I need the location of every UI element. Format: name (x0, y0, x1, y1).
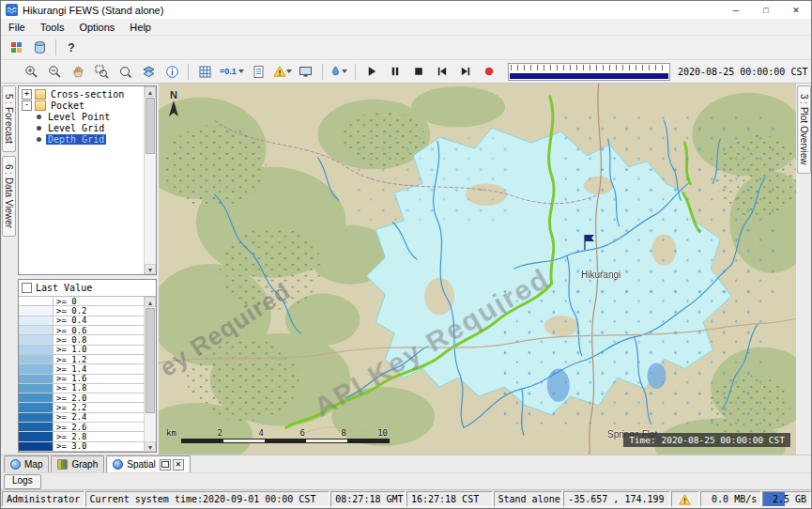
tree-expander-icon[interactable]: - (22, 100, 32, 111)
tree-item[interactable]: + Cross-section (19, 88, 144, 100)
vertical-tab[interactable]: 6 : Data Viewer (2, 156, 16, 237)
scrollbar-thumb[interactable] (146, 98, 155, 154)
menu-item[interactable]: File (1, 22, 33, 33)
bottom-tab[interactable]: Spatial ✕ (106, 455, 191, 472)
time-slider-bar[interactable] (510, 73, 668, 79)
zoom-out-button[interactable] (43, 61, 66, 82)
layer-dot-icon (37, 126, 41, 131)
legend-color-swatch (19, 335, 54, 344)
legend-row: >= 0.2 (19, 306, 144, 316)
scroll-up-icon[interactable]: ▲ (145, 297, 156, 307)
layers-button[interactable] (137, 61, 160, 82)
toolbar-separator (188, 64, 189, 80)
legend-row: >= 2.8 (19, 432, 144, 441)
grid-display-button[interactable] (193, 61, 216, 82)
chevron-down-icon (238, 69, 244, 73)
scrollbar-track (145, 155, 156, 264)
layer-tree: + Cross-section - Pocket (19, 86, 144, 274)
panel-close-button[interactable]: ✕ (173, 459, 184, 470)
pan-button[interactable] (67, 61, 89, 82)
legend-color-swatch (19, 432, 54, 440)
tree-item[interactable]: Level Point (19, 111, 144, 122)
zoom-extent-button[interactable] (114, 61, 136, 82)
tree-item-label[interactable]: Level Grid (46, 123, 106, 133)
status-coordinates: -35.657 , 174.199 (563, 491, 669, 507)
play-button[interactable] (360, 61, 383, 82)
logs-button[interactable]: Logs (4, 474, 41, 489)
bottom-tab[interactable]: Graph ✕ (51, 455, 104, 472)
layer-dot-icon (37, 115, 41, 119)
north-arrow: N (168, 89, 179, 119)
status-warning[interactable] (671, 491, 699, 507)
maximize-button[interactable]: □ (751, 1, 781, 19)
status-local-time: 16:27:18 CST (406, 491, 493, 507)
menu-item[interactable]: Help (122, 22, 159, 33)
legend-color-swatch (19, 442, 54, 451)
scroll-down-icon[interactable]: ▼ (145, 441, 156, 452)
stop-button[interactable] (407, 61, 430, 82)
legend-scrollbar[interactable]: ▲ ▼ (144, 297, 156, 452)
zoom-in-icon (24, 65, 38, 79)
tree-item-label[interactable]: Pocket (49, 100, 86, 111)
warnings-dropdown-button[interactable] (271, 61, 294, 82)
last-value-checkbox[interactable] (22, 283, 32, 293)
pause-button[interactable] (384, 61, 406, 82)
play-icon (365, 65, 378, 78)
scroll-up-icon[interactable]: ▲ (145, 86, 156, 97)
main-area: 5 : Forecast 6 : Data Viewer + Cross-sec… (1, 84, 811, 455)
pause-icon (389, 65, 402, 78)
close-button[interactable]: ✕ (781, 1, 811, 19)
droplet-icon (329, 65, 342, 78)
window-controls: ─ □ ✕ (721, 1, 811, 19)
menu-item[interactable]: Tools (33, 22, 72, 33)
legend-label: >= 1.6 (54, 374, 87, 383)
panel-restore-button[interactable] (160, 459, 171, 470)
record-button[interactable] (478, 61, 500, 82)
menu-item[interactable]: Options (71, 22, 122, 33)
report-button[interactable] (248, 61, 270, 82)
map-viewport[interactable]: N ey Required API Key Required Hikurangi… (159, 84, 796, 455)
legend-color-swatch (19, 413, 54, 422)
tree-expander-icon[interactable]: + (22, 89, 32, 100)
scale-tick-label: 10 (346, 428, 388, 438)
map-canvas[interactable] (159, 84, 796, 455)
contour-threshold-dropdown[interactable]: =0.1 (217, 62, 247, 81)
profile-tool-dropdown[interactable] (328, 61, 350, 82)
zoom-area-button[interactable] (90, 61, 113, 82)
step-back-button[interactable] (431, 61, 453, 82)
grid-icon (198, 65, 212, 79)
tree-item[interactable]: Level Grid (19, 122, 144, 133)
bottom-tab-label: Spatial (127, 459, 156, 470)
vertical-tab[interactable]: 3 : Plot Overview (797, 85, 811, 174)
tree-item-label[interactable]: Cross-section (49, 89, 126, 100)
north-arrow-icon (168, 100, 179, 117)
database-button[interactable] (28, 38, 51, 58)
tree-item[interactable]: - Pocket (19, 100, 144, 111)
tree-item[interactable]: Depth Grid (19, 133, 144, 145)
tree-item-label[interactable]: Depth Grid (46, 134, 106, 145)
step-forward-button[interactable] (454, 61, 477, 82)
info-button[interactable] (161, 61, 183, 82)
chevron-down-icon (342, 69, 347, 73)
status-mode: Stand alone (494, 491, 563, 507)
legend-color-swatch (19, 316, 54, 325)
legend-row: >= 3.0 (19, 442, 144, 452)
time-slider[interactable] (508, 63, 670, 81)
scale-tick-label: 4 (222, 428, 264, 438)
minimize-button[interactable]: ─ (721, 1, 751, 19)
bottom-tab[interactable]: Map ✕ (4, 455, 49, 472)
record-icon (483, 65, 496, 78)
display-button[interactable] (295, 61, 317, 82)
scale-tick-label: 6 (264, 428, 305, 438)
zoom-in-button[interactable] (20, 61, 42, 82)
tree-item-label[interactable]: Level Point (46, 112, 112, 122)
layer-tree-box: + Cross-section - Pocket (18, 85, 157, 275)
scrollbar-thumb[interactable] (146, 308, 155, 413)
help-button[interactable]: ? (61, 38, 82, 58)
explorer-button[interactable] (5, 38, 27, 58)
status-memory: 2.5 GB (762, 491, 811, 507)
scroll-down-icon[interactable]: ▼ (145, 264, 156, 274)
database-icon (33, 40, 47, 54)
vertical-tab[interactable]: 5 : Forecast (2, 85, 16, 152)
tree-scrollbar[interactable]: ▲ ▼ (144, 86, 156, 274)
